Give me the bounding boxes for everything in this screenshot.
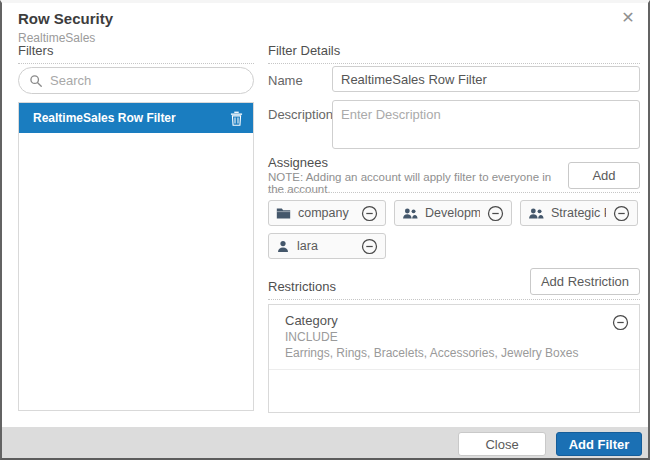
- user-icon: [276, 240, 290, 253]
- filter-list-item-selected[interactable]: RealtimeSales Row Filter: [19, 103, 253, 133]
- search-box[interactable]: [18, 67, 254, 94]
- assignees-heading: Assignees: [268, 155, 328, 170]
- add-restriction-button[interactable]: Add Restriction: [530, 268, 640, 295]
- users-icon: [528, 207, 544, 220]
- name-label: Name: [268, 73, 303, 88]
- assignee-chip-lara: lara: [268, 233, 386, 259]
- close-icon[interactable]: ✕: [618, 8, 638, 28]
- remove-assignee-icon[interactable]: [487, 205, 504, 222]
- remove-assignee-icon[interactable]: [613, 205, 630, 222]
- close-button[interactable]: Close: [458, 432, 546, 456]
- filter-list: RealtimeSales Row Filter: [18, 102, 254, 411]
- dialog-title: Row Security: [18, 10, 113, 27]
- assignee-chips: company Development: [268, 200, 640, 259]
- assignees-divider: [268, 192, 640, 193]
- add-filter-button[interactable]: Add Filter: [556, 432, 642, 456]
- row-security-dialog: Row Security ✕ RealtimeSales Filters Rea…: [0, 0, 650, 460]
- remove-restriction-icon[interactable]: [612, 314, 629, 331]
- description-label: Description: [268, 107, 333, 122]
- chip-label: company: [298, 206, 354, 220]
- remove-assignee-icon[interactable]: [361, 205, 378, 222]
- search-icon: [29, 74, 43, 88]
- folder-icon: [276, 207, 291, 220]
- assignee-chip-company: company: [268, 200, 386, 226]
- search-input[interactable]: [50, 73, 243, 88]
- restrictions-panel: Category INCLUDE Earrings, Rings, Bracel…: [268, 304, 640, 413]
- filter-details-heading: Filter Details: [268, 43, 640, 64]
- restriction-values: Earrings, Rings, Bracelets, Accessories,…: [285, 346, 625, 360]
- trash-icon[interactable]: [230, 111, 243, 126]
- description-textarea[interactable]: [332, 100, 640, 149]
- restriction-row: Category INCLUDE Earrings, Rings, Bracel…: [269, 305, 639, 370]
- restrictions-divider: [268, 299, 640, 300]
- chip-label: lara: [297, 239, 354, 253]
- name-input[interactable]: [332, 66, 640, 92]
- restriction-field: Category: [285, 313, 625, 328]
- remove-assignee-icon[interactable]: [361, 238, 378, 255]
- add-assignee-button[interactable]: Add: [568, 162, 640, 189]
- assignee-chip-strategic-planning: Strategic Pla...: [520, 200, 638, 226]
- chip-label: Development: [425, 206, 480, 220]
- users-icon: [402, 207, 418, 220]
- restrictions-heading: Restrictions: [268, 279, 336, 294]
- restriction-mode: INCLUDE: [285, 330, 625, 344]
- dialog-footer: Close Add Filter: [2, 427, 648, 460]
- filter-item-label: RealtimeSales Row Filter: [33, 111, 230, 125]
- filters-heading: Filters: [18, 43, 254, 64]
- chip-label: Strategic Pla...: [551, 206, 606, 220]
- assignee-chip-development: Development: [394, 200, 512, 226]
